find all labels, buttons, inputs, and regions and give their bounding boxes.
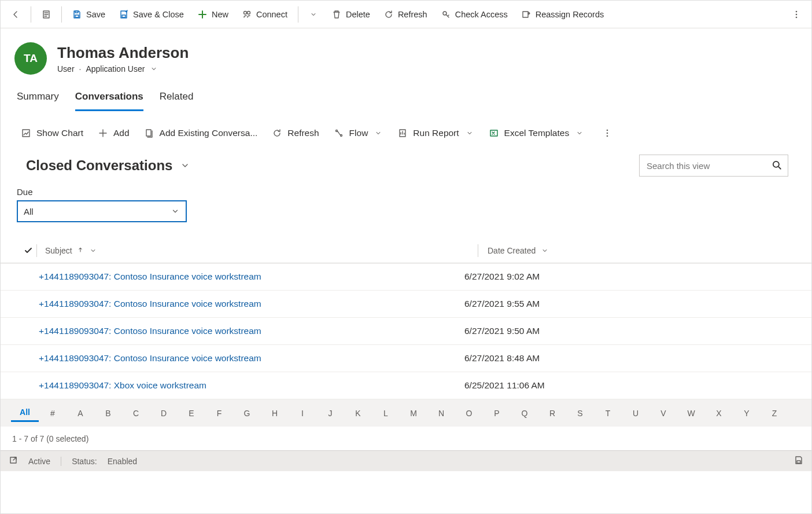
table-row[interactable]: +1441189093047: Contoso Insurance voice … xyxy=(1,345,811,372)
table-row[interactable]: +1441189093047: Xbox voice workstream6/2… xyxy=(1,372,811,399)
row-subject-link[interactable]: +1441189093047: Contoso Insurance voice … xyxy=(20,271,455,282)
alpha-filter-b[interactable]: B xyxy=(94,405,122,421)
alpha-filter-u[interactable]: U xyxy=(622,405,649,421)
form-chevron[interactable] xyxy=(149,64,158,74)
subgrid-overflow-button[interactable] xyxy=(598,125,617,141)
save-label: Save xyxy=(86,10,105,19)
alpha-filter-j[interactable]: J xyxy=(316,405,344,421)
search-box[interactable] xyxy=(639,155,788,177)
popout-icon[interactable] xyxy=(9,456,18,467)
row-subject-link[interactable]: +1441189093047: Contoso Insurance voice … xyxy=(20,299,455,309)
alpha-filter-x[interactable]: X xyxy=(705,405,733,421)
chevron-down-icon[interactable] xyxy=(540,246,549,255)
row-subject-link[interactable]: +1441189093047: Contoso Insurance voice … xyxy=(20,353,455,364)
reassign-icon xyxy=(522,10,531,19)
top-command-bar: Save Save & Close New Connect xyxy=(1,1,811,28)
overflow-button[interactable] xyxy=(786,6,807,23)
new-label: New xyxy=(212,10,228,19)
run-report-button[interactable]: Run Report xyxy=(393,124,478,142)
table-row[interactable]: +1441189093047: Contoso Insurance voice … xyxy=(1,263,811,291)
alpha-filter-k[interactable]: K xyxy=(344,405,372,421)
alpha-filter-s[interactable]: S xyxy=(566,405,594,421)
separator xyxy=(298,6,298,23)
refresh-icon xyxy=(384,10,393,19)
alpha-filter-p[interactable]: P xyxy=(483,405,511,421)
alpha-filter-y[interactable]: Y xyxy=(733,405,761,421)
status-label: Status: xyxy=(72,457,97,466)
separator xyxy=(61,457,61,466)
dot-separator: · xyxy=(79,64,82,74)
flow-button[interactable]: Flow xyxy=(330,124,388,142)
row-subject-link[interactable]: +1441189093047: Xbox voice workstream xyxy=(20,380,455,391)
alpha-filter-c[interactable]: C xyxy=(122,405,150,421)
column-subject[interactable]: Subject xyxy=(43,246,478,255)
save-footer-icon[interactable] xyxy=(794,456,803,467)
add-existing-button[interactable]: Add Existing Conversa... xyxy=(140,124,263,142)
search-input[interactable] xyxy=(645,160,772,171)
add-label: Add xyxy=(113,128,130,138)
svg-point-10 xyxy=(796,16,798,18)
alpha-filter-#[interactable]: # xyxy=(39,405,67,421)
alpha-filter-v[interactable]: V xyxy=(649,405,677,421)
back-button[interactable] xyxy=(5,6,26,23)
alpha-filter-f[interactable]: F xyxy=(205,405,233,421)
search-icon[interactable] xyxy=(772,160,782,172)
separator xyxy=(61,6,62,23)
entity-label: User xyxy=(57,64,75,74)
alpha-filter-z[interactable]: Z xyxy=(761,405,788,421)
view-selector[interactable]: Closed Conversations xyxy=(26,157,190,174)
alpha-filter-l[interactable]: L xyxy=(372,405,400,421)
row-date: 6/27/2021 9:02 AM xyxy=(455,271,811,282)
alpha-filter-g[interactable]: G xyxy=(233,405,261,421)
alpha-filter-h[interactable]: H xyxy=(261,405,289,421)
reassign-records-button[interactable]: Reassign Records xyxy=(516,6,610,23)
excel-templates-button[interactable]: Excel Templates xyxy=(485,124,589,142)
alpha-filter-a[interactable]: A xyxy=(67,405,94,421)
alpha-filter-t[interactable]: T xyxy=(594,405,622,421)
alpha-filter-e[interactable]: E xyxy=(178,405,205,421)
alpha-filter-n[interactable]: N xyxy=(427,405,455,421)
alpha-filter-o[interactable]: O xyxy=(455,405,483,421)
column-date-created[interactable]: Date Created xyxy=(484,246,811,255)
table-row[interactable]: +1441189093047: Contoso Insurance voice … xyxy=(1,318,811,345)
add-button[interactable]: Add xyxy=(94,124,134,142)
form-tabs: Summary Conversations Related xyxy=(1,79,811,112)
status-bar: Active Status: Enabled xyxy=(1,450,811,471)
save-icon xyxy=(72,10,82,19)
subgrid-refresh-button[interactable]: Refresh xyxy=(268,124,323,142)
excel-templates-label: Excel Templates xyxy=(504,128,570,138)
refresh-button[interactable]: Refresh xyxy=(378,6,433,23)
back-arrow-icon xyxy=(11,10,20,19)
svg-rect-11 xyxy=(23,130,29,137)
select-all-checkbox[interactable] xyxy=(20,246,36,255)
alpha-filter-i[interactable]: I xyxy=(289,405,316,421)
alpha-filter-r[interactable]: R xyxy=(538,405,566,421)
chevron-down-icon[interactable] xyxy=(88,246,98,255)
alpha-filter-all[interactable]: All xyxy=(11,404,39,422)
alpha-filter-m[interactable]: M xyxy=(400,405,427,421)
row-subject-link[interactable]: +1441189093047: Contoso Insurance voice … xyxy=(20,326,455,336)
alpha-filter-q[interactable]: Q xyxy=(511,405,538,421)
chevron-down-icon xyxy=(180,161,190,170)
tab-related[interactable]: Related xyxy=(160,87,194,111)
save-close-button[interactable]: Save & Close xyxy=(113,6,190,23)
delete-button[interactable]: Delete xyxy=(326,6,376,23)
svg-point-18 xyxy=(607,133,608,134)
show-chart-button[interactable]: Show Chart xyxy=(17,124,88,142)
connect-label: Connect xyxy=(256,10,287,19)
tab-summary[interactable]: Summary xyxy=(17,87,59,111)
due-select[interactable]: All xyxy=(17,200,187,222)
svg-rect-12 xyxy=(146,130,151,136)
refresh-label: Refresh xyxy=(398,10,427,19)
connect-split-chevron[interactable] xyxy=(303,6,324,23)
alpha-filter-w[interactable]: W xyxy=(677,405,705,421)
avatar: TA xyxy=(14,42,47,75)
table-row[interactable]: +1441189093047: Contoso Insurance voice … xyxy=(1,291,811,318)
connect-button[interactable]: Connect xyxy=(237,6,293,23)
tab-conversations[interactable]: Conversations xyxy=(75,87,143,111)
form-selector-button[interactable] xyxy=(36,6,57,23)
save-button[interactable]: Save xyxy=(67,6,111,23)
new-button[interactable]: New xyxy=(192,6,234,23)
alpha-filter-d[interactable]: D xyxy=(150,405,178,421)
check-access-button[interactable]: Check Access xyxy=(435,6,514,23)
